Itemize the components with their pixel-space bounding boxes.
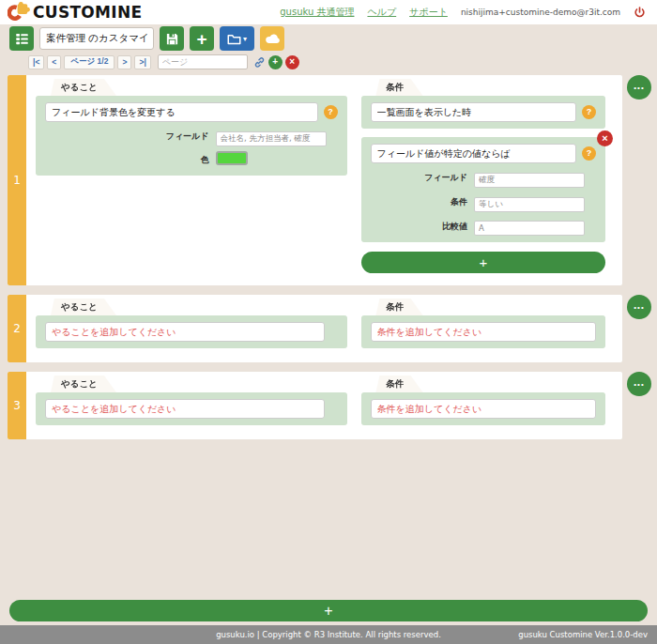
sub-condition-panel: × ? フィールド 条件 <box>361 137 605 242</box>
remove-page-button[interactable]: × <box>285 55 299 69</box>
condition-field-input[interactable] <box>474 173 585 188</box>
row-number-badge: 2 <box>8 295 26 362</box>
row-more-button[interactable]: ••• <box>627 295 651 319</box>
customization-row-3: 3 やること 条件 <box>8 372 651 439</box>
list-menu-icon <box>15 32 29 46</box>
customization-list-button[interactable] <box>9 26 34 51</box>
row-number-badge: 3 <box>8 372 26 439</box>
customine-puzzle-logo-icon <box>8 2 30 23</box>
row-card: 2 やること 条件 <box>8 295 622 362</box>
add-icon: + <box>196 30 206 48</box>
row-number-badge: 1 <box>8 75 26 285</box>
help-icon[interactable]: ? <box>324 105 338 119</box>
prev-page-button[interactable]: < <box>47 55 61 69</box>
page-pagination: |< < ページ 1/2 > >| + × <box>0 53 657 75</box>
add-page-button[interactable]: + <box>268 55 283 69</box>
field-row: 条件 <box>371 192 596 212</box>
action-input[interactable] <box>45 399 325 419</box>
tab-action: やること <box>51 79 116 96</box>
row-more-button[interactable]: ••• <box>627 372 651 396</box>
help-icon[interactable]: ? <box>582 146 596 161</box>
app-title-input[interactable] <box>39 27 154 50</box>
tab-condition: 条件 <box>376 376 423 392</box>
nav-link-gusuku-admin[interactable]: gusuku 共通管理 <box>280 6 354 19</box>
customine-logo[interactable]: CUSTOMINE <box>8 2 142 23</box>
action-column: やること <box>36 376 347 427</box>
nav-link-help[interactable]: ヘルプ <box>367 6 396 19</box>
condition-column: 条件 ? × ? フィールド <box>361 79 605 273</box>
condition-value-input[interactable] <box>474 221 585 236</box>
action-panel <box>36 392 347 425</box>
condition-column: 条件 <box>361 299 605 350</box>
top-nav: gusuku 共通管理 ヘルプ サポート nishijima+customine… <box>280 6 646 19</box>
add-customization-button[interactable]: + <box>190 26 214 51</box>
save-button[interactable] <box>160 26 184 51</box>
page-indicator[interactable]: ページ 1/2 <box>64 55 115 69</box>
version-text: gusuku Customine Ver.1.0.0-dev <box>518 630 648 639</box>
condition-panel <box>361 392 605 425</box>
field-row: フィールド <box>45 127 338 146</box>
tab-action: やること <box>51 376 116 392</box>
help-icon[interactable]: ? <box>582 105 596 119</box>
action-panel: ? フィールド 色 <box>36 96 347 176</box>
chevron-down-icon: ▾ <box>243 35 247 43</box>
top-header: CUSTOMINE gusuku 共通管理 ヘルプ サポート nishijima… <box>0 0 657 24</box>
action-panel <box>36 315 347 348</box>
customization-row-1: 1 やること ? フィールド <box>8 75 651 285</box>
condition-input[interactable] <box>371 399 596 419</box>
tab-condition: 条件 <box>376 299 423 315</box>
add-row-button[interactable]: + <box>9 600 648 621</box>
footer: gusuku.io | Copyright © R3 Institute. Al… <box>0 625 657 644</box>
customization-row-2: 2 やること 条件 <box>8 295 651 362</box>
nav-link-support[interactable]: サポート <box>409 6 448 19</box>
save-icon <box>165 32 179 46</box>
next-page-button[interactable]: > <box>117 55 131 69</box>
row-more-button[interactable]: ••• <box>627 75 651 100</box>
field-label: フィールド <box>45 130 216 143</box>
logout-power-icon[interactable] <box>634 7 646 19</box>
customization-rows: 1 やること ? フィールド <box>0 75 657 600</box>
toolbar: + ▾ <box>0 24 657 53</box>
field-row: フィールド <box>371 168 596 188</box>
condition-panel: ? <box>361 96 605 129</box>
condition-input[interactable] <box>371 102 576 122</box>
cloud-button[interactable] <box>260 26 284 51</box>
page-name-input[interactable] <box>158 54 248 69</box>
tab-condition: 条件 <box>376 79 423 96</box>
condition-column: 条件 <box>361 376 605 427</box>
first-page-button[interactable]: |< <box>28 55 44 69</box>
cloud-icon <box>265 33 281 45</box>
condition-operator-input[interactable] <box>474 197 585 212</box>
target-fields-input[interactable] <box>216 131 327 146</box>
action-input[interactable] <box>45 322 325 342</box>
sub-condition-input[interactable] <box>371 144 576 163</box>
remove-condition-icon[interactable]: × <box>597 130 613 146</box>
action-input[interactable] <box>45 102 318 122</box>
copyright-text: gusuku.io | Copyright © R3 Institute. Al… <box>216 630 441 639</box>
logo-text: CUSTOMINE <box>33 3 142 22</box>
field-label: フィールド <box>371 172 474 184</box>
row-card: 1 やること ? フィールド <box>8 75 622 285</box>
folder-dropdown-button[interactable]: ▾ <box>220 26 254 51</box>
link-icon[interactable] <box>253 56 266 69</box>
action-column: やること <box>36 299 347 350</box>
user-email: nishijima+customine-demo@r3it.com <box>461 8 620 17</box>
condition-panel <box>361 315 605 348</box>
action-column: やること ? フィールド 色 <box>36 79 347 273</box>
field-label: 色 <box>45 154 216 166</box>
field-label: 比較値 <box>371 221 474 233</box>
color-swatch[interactable] <box>216 151 248 165</box>
field-row: 比較値 <box>371 217 596 236</box>
folder-icon <box>227 33 241 45</box>
last-page-button[interactable]: >| <box>134 55 150 69</box>
condition-input[interactable] <box>371 322 596 342</box>
field-label: 条件 <box>371 196 474 208</box>
tab-action: やること <box>51 299 116 315</box>
field-row: 色 <box>45 151 338 169</box>
add-condition-button[interactable]: + <box>361 252 605 273</box>
row-card: 3 やること 条件 <box>8 372 622 439</box>
